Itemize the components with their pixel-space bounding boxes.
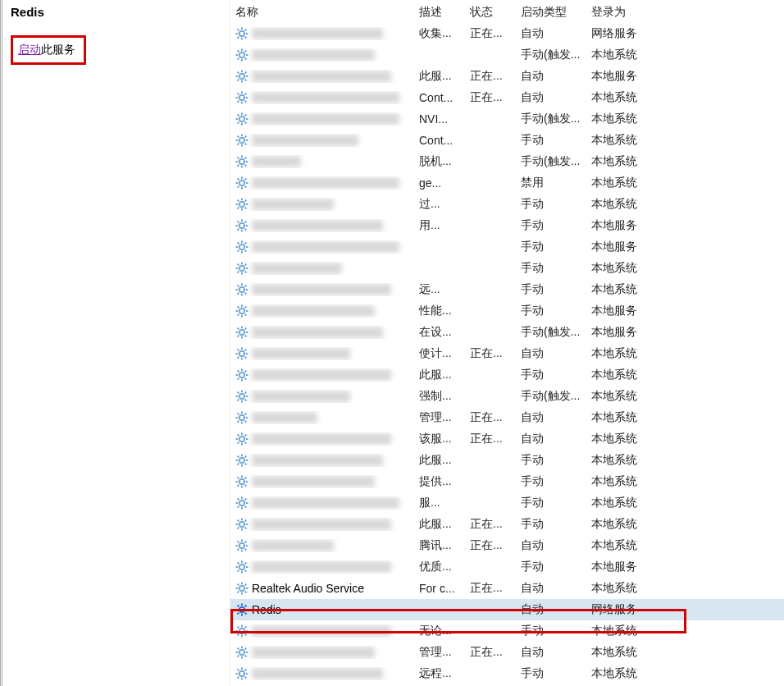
svg-point-9 xyxy=(239,53,244,57)
service-status: 正在... xyxy=(465,69,516,84)
redacted-name xyxy=(252,369,391,381)
redacted-name xyxy=(252,49,375,61)
svg-line-115 xyxy=(245,286,247,287)
service-row[interactable]: 无论...手动本地系统 xyxy=(230,620,784,642)
service-logon-as: 本地系统 xyxy=(586,538,660,553)
service-name-cell xyxy=(230,283,414,296)
service-row[interactable]: 此服...正在...自动本地服务 xyxy=(230,66,784,87)
svg-point-171 xyxy=(239,437,244,441)
service-row[interactable]: 强制...手动(触发...本地系统 xyxy=(230,386,784,407)
svg-line-179 xyxy=(238,442,239,444)
service-startup-type: 手动(触发... xyxy=(516,48,586,62)
svg-line-35 xyxy=(238,101,239,103)
service-row[interactable]: 手动(触发...本地系统 xyxy=(230,44,784,66)
gear-icon xyxy=(235,518,248,531)
service-name-text: Realtek Audio Service xyxy=(252,582,364,595)
service-row[interactable]: 腾讯...正在...自动本地系统 xyxy=(230,535,784,556)
svg-point-162 xyxy=(239,415,244,420)
header-name[interactable]: 名称 xyxy=(230,5,414,20)
svg-point-27 xyxy=(239,95,244,100)
service-startup-type: 手动 xyxy=(516,218,586,233)
start-service-link[interactable]: 启动 xyxy=(18,43,41,56)
svg-line-134 xyxy=(238,336,239,337)
svg-line-88 xyxy=(245,222,247,223)
service-name-cell xyxy=(230,496,414,510)
header-logon-as[interactable]: 登录为 xyxy=(586,5,660,20)
service-row[interactable]: 服...手动本地系统 xyxy=(230,492,784,514)
service-row[interactable]: 收集...正在...自动网络服务 xyxy=(230,23,784,44)
svg-line-52 xyxy=(245,136,247,138)
service-row[interactable]: NVI...手动(触发...本地系统 xyxy=(230,108,784,130)
service-logon-as: 本地系统 xyxy=(586,432,660,446)
service-description: 远程... xyxy=(414,666,465,681)
svg-line-169 xyxy=(245,414,247,415)
service-row[interactable]: Realtek Audio ServiceFor c...正在...自动本地系统 xyxy=(230,578,784,599)
gear-icon xyxy=(235,496,248,510)
svg-line-151 xyxy=(245,371,247,373)
service-startup-type: 手动 xyxy=(516,474,586,489)
service-row[interactable]: 性能...手动本地服务 xyxy=(230,300,784,322)
svg-line-16 xyxy=(245,51,247,53)
service-rows: 收集...正在...自动网络服务 手动(触发...本地系统 此服...正在...… xyxy=(230,23,784,684)
service-row[interactable]: ge...禁用本地系统 xyxy=(230,172,784,194)
service-row[interactable]: Cont...手动本地系统 xyxy=(230,130,784,151)
service-name-cell xyxy=(230,262,414,275)
gear-icon xyxy=(235,155,248,168)
service-row[interactable]: 脱机...手动(触发...本地系统 xyxy=(230,151,784,172)
svg-line-71 xyxy=(238,186,239,188)
svg-point-189 xyxy=(239,479,244,484)
svg-line-168 xyxy=(245,421,247,423)
service-startup-type: 手动 xyxy=(516,517,586,532)
svg-line-114 xyxy=(245,293,247,295)
svg-line-87 xyxy=(245,229,247,231)
service-row[interactable]: 远程...手动本地系统 xyxy=(230,663,784,684)
service-row[interactable]: Cont...正在...自动本地系统 xyxy=(230,87,784,108)
svg-line-195 xyxy=(245,485,247,487)
service-row[interactable]: 此服...正在...手动本地系统 xyxy=(230,514,784,535)
gear-icon xyxy=(235,454,248,467)
svg-point-225 xyxy=(239,565,244,569)
svg-point-0 xyxy=(239,31,244,36)
service-name-cell xyxy=(230,432,414,446)
service-row[interactable]: 管理...正在...自动本地系统 xyxy=(230,407,784,428)
svg-line-188 xyxy=(238,464,239,465)
service-startup-type: 手动 xyxy=(516,197,586,212)
service-row[interactable]: 提供...手动本地系统 xyxy=(230,471,784,492)
service-startup-type: 手动 xyxy=(516,133,586,148)
service-name-cell xyxy=(230,454,414,467)
svg-line-275 xyxy=(238,670,239,671)
svg-line-133 xyxy=(245,328,247,330)
service-startup-type: 手动 xyxy=(516,261,586,276)
service-row[interactable]: 管理...正在...自动本地系统 xyxy=(230,642,784,663)
service-description: 用... xyxy=(414,218,465,233)
service-startup-type: 手动(触发... xyxy=(516,325,586,340)
service-description: 过... xyxy=(414,197,465,212)
redacted-name xyxy=(252,241,399,253)
service-row[interactable]: 此服...手动本地系统 xyxy=(230,450,784,471)
header-description[interactable]: 描述 xyxy=(414,5,465,20)
service-status: 正在... xyxy=(465,26,516,41)
header-startup-type[interactable]: 启动类型 xyxy=(516,5,586,20)
service-row[interactable]: 此服...手动本地系统 xyxy=(230,364,784,386)
service-row[interactable]: 使计...正在...自动本地系统 xyxy=(230,343,784,364)
service-status: 正在... xyxy=(465,517,516,532)
service-row[interactable]: 过...手动本地系统 xyxy=(230,194,784,215)
svg-point-216 xyxy=(239,543,244,548)
service-description: 此服... xyxy=(414,368,465,382)
service-row[interactable]: 优质...手动本地服务 xyxy=(230,556,784,578)
service-startup-type: 手动(触发... xyxy=(516,112,586,126)
service-row[interactable]: 手动本地系统 xyxy=(230,258,784,279)
service-startup-type: 手动 xyxy=(516,304,586,318)
gear-icon xyxy=(235,560,248,574)
service-row[interactable]: 手动本地服务 xyxy=(230,236,784,258)
service-row[interactable]: 在设...手动(触发...本地服务 xyxy=(230,322,784,343)
service-row[interactable]: 远...手动本地系统 xyxy=(230,279,784,300)
selected-service-name: Redis xyxy=(11,5,221,19)
header-status[interactable]: 状态 xyxy=(465,5,516,20)
svg-point-270 xyxy=(239,671,244,676)
svg-line-251 xyxy=(238,613,239,615)
svg-line-176 xyxy=(238,435,239,437)
service-row[interactable]: Redis自动网络服务 xyxy=(230,599,784,620)
service-row[interactable]: 用...手动本地服务 xyxy=(230,215,784,236)
service-row[interactable]: 该服...正在...自动本地系统 xyxy=(230,428,784,450)
